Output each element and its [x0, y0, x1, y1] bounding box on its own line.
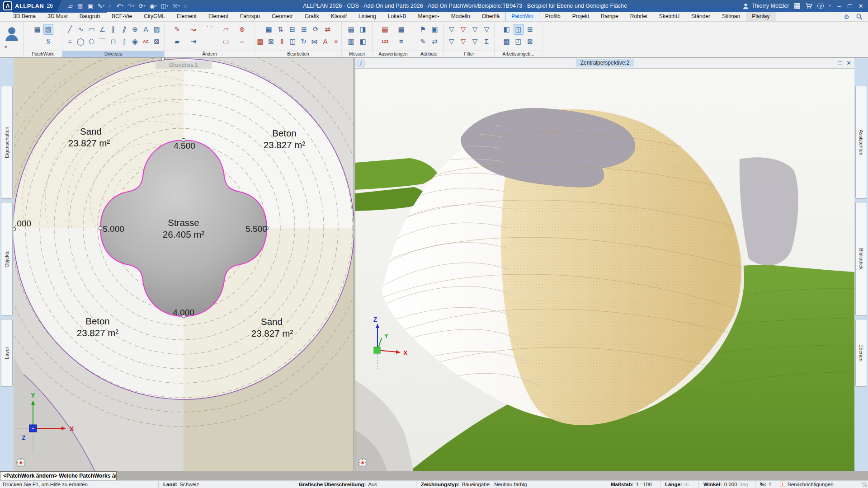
viewport-single-icon[interactable]: ◧ [502, 24, 512, 35]
minimize-button[interactable]: ‒ [835, 3, 843, 9]
find-icon[interactable]: ⌕ [108, 2, 112, 9]
menu-mengen[interactable]: Mengen- [412, 12, 445, 21]
command-prompt[interactable]: <PatchWork ändern> Welche PatchWorks änd… [0, 471, 117, 480]
assign-attributes-icon[interactable]: ⚑ [418, 24, 428, 35]
menu-bcf-vie[interactable]: BCF-Vie [106, 12, 138, 21]
viewport-grid-icon[interactable]: ⊞ [525, 24, 535, 35]
menu-linieng[interactable]: Linieng [353, 12, 382, 21]
hatch-icon[interactable]: ▨ [152, 24, 162, 35]
measure-volume-icon[interactable]: ◧ [358, 36, 368, 47]
view-icon[interactable]: ◉ ▾ [150, 3, 157, 9]
app-menu-button[interactable]: Λ ALLPLAN 26 [0, 0, 57, 12]
sync-icon[interactable]: ⟳ ▾ [138, 3, 145, 9]
grid-edit-icon[interactable]: ▦ [264, 24, 274, 35]
status-graphic-override[interactable]: Grafische Überschreibung:Aus [294, 481, 416, 488]
menu-geometr[interactable]: Geometr [266, 12, 299, 21]
legend-icon[interactable]: ▦ [396, 24, 406, 35]
layout-icon[interactable]: ▦ [502, 36, 512, 47]
menu-rampe[interactable]: Rampe [595, 12, 624, 21]
measure-area-icon[interactable]: ◨ [358, 24, 368, 35]
patchwork-create-icon[interactable]: ▦ [33, 24, 42, 35]
quantity-takeoff-icon[interactable]: 123 [380, 36, 390, 47]
intersect-icon[interactable]: ⊗ [237, 24, 247, 35]
sort-icon[interactable]: ⇅ [276, 24, 286, 35]
status-angle[interactable]: Winkel:0.000deg [698, 481, 755, 488]
status-length[interactable]: Länge:m [660, 481, 698, 488]
text-icon[interactable]: A [141, 24, 151, 35]
filter-select-icon[interactable]: ▽ [470, 36, 480, 47]
patchwork-modify-icon[interactable]: ▧ [43, 24, 53, 35]
sphere-icon[interactable]: ◉ [130, 36, 140, 47]
palette-grid-icon[interactable]: ▦ [77, 3, 83, 9]
viewport-maximize-icon[interactable] [838, 61, 842, 65]
sidebar-tab-bibliothek[interactable]: Bibliothek [855, 202, 867, 316]
status-notifications[interactable]: ! Benachrichtigungen [775, 481, 868, 488]
sidebar-tab-ebenen[interactable]: Ebenen [855, 319, 867, 387]
project-box-icon[interactable]: ▱ [68, 3, 73, 9]
customize-icon[interactable]: ≡ [184, 3, 188, 9]
sidebar-tab-objekte[interactable]: Objekte [1, 202, 13, 316]
rotate-icon[interactable]: ⟳ [311, 24, 321, 35]
license-icon[interactable] [794, 3, 800, 9]
modify-attributes-icon[interactable]: ✎ [418, 36, 428, 47]
erase-icon[interactable]: × [331, 36, 341, 47]
line-icon[interactable]: ╱ [65, 24, 75, 35]
save-icon[interactable]: ▣ [87, 3, 93, 9]
smooth-curve-icon[interactable]: ⌢ [237, 36, 247, 47]
filter-criteria-icon[interactable]: ▽ [482, 24, 492, 35]
sidebar-tab-eigenschaften[interactable]: Eigenschaften [1, 86, 13, 199]
subtract-icon[interactable]: ⊟ [288, 24, 297, 35]
mirror-icon[interactable]: ⋈ [310, 36, 320, 47]
settings-gear-icon[interactable]: ⚙ [844, 13, 849, 20]
clip-region-icon[interactable]: ⊠ [152, 36, 162, 47]
plan-canvas[interactable]: 4.500 5.000 5.500 4.000 .000 Sand 23.827… [14, 58, 354, 471]
modify-sheet-icon[interactable]: ▱ [221, 24, 231, 35]
avatar-dropdown-icon[interactable]: ▼ [4, 45, 8, 49]
user-account-button[interactable]: Thierry Metzler [742, 3, 789, 9]
measure-length-icon[interactable]: ▤ [346, 24, 356, 35]
panel-arrange-icon[interactable]: ◰ [514, 36, 524, 47]
viewport-close-icon[interactable]: ✕ [846, 60, 851, 66]
menu-grafik[interactable]: Grafik [299, 12, 325, 21]
arc-icon[interactable]: ⌒ [98, 36, 108, 47]
big-avatar-icon[interactable] [4, 25, 20, 42]
info-icon[interactable]: i [358, 60, 364, 66]
brush-icon[interactable]: ▰ [172, 36, 182, 47]
help-icon[interactable]: ? [817, 3, 824, 9]
attribute-favorites-icon[interactable]: ▣ [430, 24, 440, 35]
spline-icon[interactable]: ∿ [76, 24, 86, 35]
maximize-button[interactable] [848, 4, 852, 8]
modify-offset-icon[interactable]: ✎ [172, 24, 182, 35]
close-button[interactable]: ✕ [857, 3, 864, 9]
menu-oberflae[interactable]: Oberflä [476, 12, 505, 21]
viewport-3d[interactable]: i Zentralperspektive:2 ✕ [355, 58, 854, 471]
menu-modelln[interactable]: Modelln [445, 12, 476, 21]
filter-add-icon[interactable]: ▽ [447, 36, 457, 47]
block-icon[interactable]: ▩ [255, 36, 265, 47]
window-layout-icon[interactable]: ◫ ▾ [161, 3, 169, 9]
align-to-icon[interactable]: ⇥ [189, 36, 198, 47]
point-symbol-icon[interactable]: ⊕ [130, 24, 140, 35]
menu-baugrub[interactable]: Baugrub [74, 12, 106, 21]
slanted-parallel-icon[interactable]: ∥ [118, 23, 130, 36]
status-percent[interactable]: %:1 [755, 481, 775, 488]
edit-surface-icon[interactable]: ▭ [221, 36, 231, 47]
menu-klassif[interactable]: Klassif [325, 12, 353, 21]
menu-staender[interactable]: Ständer [685, 12, 716, 21]
ac-dimension-icon[interactable]: AC [141, 36, 151, 47]
scene-compass-icon[interactable] [359, 459, 367, 467]
search-icon[interactable] [856, 14, 863, 20]
status-scale[interactable]: Maßstab:1 : 100 [606, 481, 660, 488]
redo-icon[interactable]: ↷ ▾ [127, 3, 134, 9]
lists-icon[interactable]: ≡ [396, 36, 406, 47]
menu-sketchu[interactable]: SketchU [653, 12, 685, 21]
duplicate-icon[interactable]: ◫ [288, 36, 298, 47]
status-land[interactable]: Land:Schweiz [158, 481, 294, 488]
menu-patchwo[interactable]: PatchWo [505, 12, 539, 21]
menu-stilman[interactable]: Stilman [716, 12, 746, 21]
freehand-icon[interactable]: ʃ [119, 36, 129, 47]
menu-3d-must[interactable]: 3D Must [42, 12, 74, 21]
menu-element[interactable]: Element [171, 12, 203, 21]
plan-compass-icon[interactable] [17, 459, 25, 467]
connect-elements-icon[interactable]: ↝ [189, 24, 198, 35]
